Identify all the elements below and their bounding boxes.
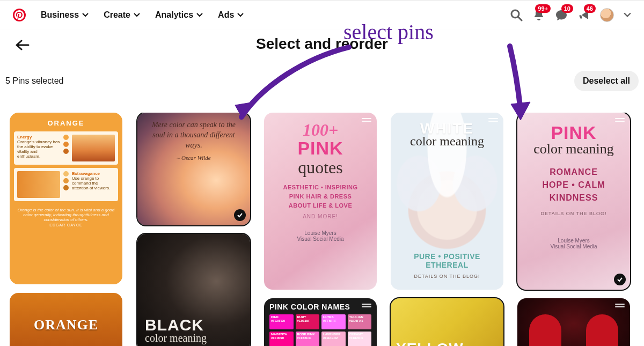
- search-icon[interactable]: [510, 9, 523, 21]
- pin-keywords: ROMANCE HOPE • CALM KINDNESS: [517, 166, 630, 204]
- pin-heading: PINK: [517, 122, 630, 143]
- drag-handle-icon[interactable]: [615, 118, 625, 122]
- nav-analytics[interactable]: Analytics: [155, 10, 203, 20]
- pin-text: AND MORE!: [270, 214, 370, 219]
- pin-pink-quotes[interactable]: 100+ PINK quotes AESTHETIC • INSPIRING P…: [264, 113, 377, 290]
- pin-heading: ORANGE: [34, 317, 98, 333]
- nav-business[interactable]: Business: [41, 10, 89, 20]
- pin-yellow-meaning[interactable]: YELLOW: [391, 298, 503, 346]
- quote-author: ~ Oscar Wilde: [145, 154, 243, 162]
- pin-subheading: color meaning: [391, 134, 503, 149]
- nav-label: Create: [104, 10, 130, 20]
- pin-orange-meaning[interactable]: ORANGE: [10, 293, 122, 346]
- card-body: Orange's vibrancy has the ability to evo…: [17, 139, 60, 159]
- pin-heading: BLACK: [145, 316, 243, 334]
- chat-icon[interactable]: 10: [555, 9, 568, 21]
- swatch-cell: LAVENDER#FBAED2: [321, 332, 346, 346]
- notifications-badge: 99+: [535, 4, 551, 13]
- selected-count: 5 Pins selected: [5, 76, 64, 86]
- credit-name: Louise Myers: [304, 230, 336, 236]
- nav-label: Analytics: [155, 10, 193, 20]
- swatch-cell: CREAMY#FDE5F4: [348, 332, 372, 346]
- swatch-cell: MAGENTA#FF0090: [269, 332, 294, 346]
- pin-heading: YELLOW: [396, 340, 464, 346]
- svg-line-1: [518, 17, 522, 20]
- pin-white-meaning[interactable]: WHITE color meaning PURE • POSITIVE ETHE…: [391, 113, 503, 290]
- pin-subheading: color meaning: [517, 141, 630, 157]
- account-chevron-icon[interactable]: [624, 11, 631, 19]
- pin-color-quote[interactable]: Mere color can speak to the soul in a th…: [137, 113, 250, 225]
- pinterest-logo[interactable]: [13, 9, 26, 21]
- pin-red-meaning[interactable]: [517, 298, 630, 346]
- chevron-down-icon: [134, 12, 140, 18]
- pin-pink-swatches[interactable]: PINK COLOR NAMES PINK#FC0FC0 RUBY#E0115F…: [264, 298, 377, 346]
- chevron-down-icon: [82, 12, 89, 18]
- card-title: Extravagance: [72, 171, 115, 176]
- back-button[interactable]: [15, 40, 30, 50]
- nav-label: Ads: [218, 10, 234, 20]
- pin-detail: DETAILS ON THE BLOG!: [391, 274, 503, 279]
- chevron-down-icon: [196, 12, 203, 18]
- credit-sub: Visual Social Media: [297, 236, 343, 242]
- swatch-cell: ULTRA#FF6FFF: [321, 314, 346, 329]
- top-nav: Business Create Analytics Ads 99+ 10 46: [0, 0, 644, 30]
- header-actions: 99+ 10 46: [510, 8, 631, 22]
- pin-black-meaning[interactable]: BLACK color meaning: [137, 234, 250, 346]
- deselect-all-button[interactable]: Deselect all: [574, 71, 639, 91]
- page-subheader: Select and reorder: [0, 30, 644, 68]
- pin-subheading: color meaning: [145, 332, 243, 344]
- credit-sub: Visual Social Media: [550, 244, 597, 249]
- drag-handle-icon[interactable]: [362, 304, 371, 307]
- pin-text: PINK: [270, 138, 370, 159]
- page-title: Select and reorder: [256, 35, 388, 53]
- drag-handle-icon[interactable]: [362, 118, 371, 122]
- pin-heading: PINK COLOR NAMES: [269, 303, 371, 311]
- swatch-grid: PINK#FC0FC0 RUBY#E0115F ULTRA#FF6FFF THU…: [269, 314, 371, 346]
- pin-attr: EDGAR CAYCE: [14, 223, 118, 227]
- card-body: Use orange to command the attention of v…: [72, 176, 115, 190]
- pin-heading: ORANGE: [14, 117, 118, 131]
- selection-bar: 5 Pins selected Deselect all: [0, 68, 644, 94]
- chevron-down-icon: [237, 12, 244, 18]
- pin-detail: DETAILS ON THE BLOG!: [517, 211, 630, 216]
- card-title: Energy: [17, 135, 60, 139]
- pin-keywords: PURE • POSITIVE ETHEREAL: [391, 252, 503, 269]
- quote-text: Mere color can speak to the soul in a th…: [145, 120, 243, 151]
- swatch-cell: ROSE PINK#FF66CC: [296, 332, 320, 346]
- avatar[interactable]: [600, 8, 614, 22]
- pin-quote: Orange is the color of the sun. It is vi…: [14, 204, 118, 223]
- pin-grid: ORANGE Energy Orange's vibrancy has the …: [0, 113, 644, 346]
- nav-ads[interactable]: Ads: [218, 10, 244, 20]
- updates-badge: 46: [584, 4, 596, 13]
- swatch-cell: PINK#FC0FC0: [269, 314, 294, 329]
- swatch-cell: THULIAN#DE6FA1: [348, 314, 372, 329]
- nav-create[interactable]: Create: [104, 10, 140, 20]
- drag-handle-icon[interactable]: [615, 304, 625, 307]
- updates-icon[interactable]: 46: [577, 9, 590, 21]
- credit-name: Louise Myers: [558, 238, 589, 244]
- selected-check-icon: [614, 274, 626, 285]
- selected-check-icon: [234, 209, 246, 221]
- bell-icon[interactable]: 99+: [532, 9, 545, 21]
- nav-label: Business: [41, 10, 79, 20]
- pin-orange-infographic[interactable]: ORANGE Energy Orange's vibrancy has the …: [10, 113, 122, 284]
- pin-text: quotes: [270, 158, 370, 178]
- pin-text: AESTHETIC • INSPIRING PINK HAIR & DRESS …: [270, 183, 370, 210]
- swatch-cell: RUBY#E0115F: [296, 314, 320, 329]
- pin-pink-meaning[interactable]: PINK color meaning ROMANCE HOPE • CALM K…: [517, 113, 630, 290]
- pin-text: 100+: [270, 122, 370, 138]
- messages-badge: 10: [561, 4, 573, 13]
